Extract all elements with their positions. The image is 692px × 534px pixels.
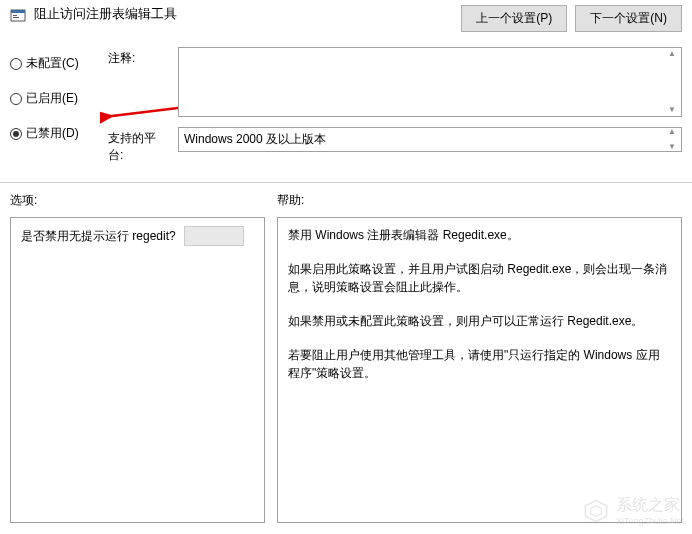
svg-rect-3: [13, 17, 19, 18]
help-section-label: 帮助:: [277, 188, 682, 217]
platform-label: 支持的平台:: [108, 127, 168, 164]
help-panel: 禁用 Windows 注册表编辑器 Regedit.exe。 如果启用此策略设置…: [277, 217, 682, 523]
radio-icon: [10, 128, 22, 140]
scrollbar[interactable]: ▲ ▼: [665, 128, 679, 151]
radio-icon: [10, 93, 22, 105]
policy-icon: [10, 7, 26, 23]
scroll-down-icon: ▼: [665, 143, 679, 151]
svg-rect-2: [13, 15, 17, 16]
scroll-down-icon: ▼: [665, 106, 679, 114]
dialog-title: 阻止访问注册表编辑工具: [34, 5, 453, 23]
options-section-label: 选项:: [10, 188, 265, 217]
options-panel: 是否禁用无提示运行 regedit?: [10, 217, 265, 523]
comment-label: 注释:: [108, 47, 168, 67]
next-setting-button[interactable]: 下一个设置(N): [575, 5, 682, 32]
scroll-up-icon: ▲: [665, 50, 679, 58]
radio-label: 已启用(E): [26, 90, 78, 107]
help-paragraph: 禁用 Windows 注册表编辑器 Regedit.exe。: [288, 226, 671, 244]
radio-not-configured[interactable]: 未配置(C): [10, 55, 100, 72]
scroll-up-icon: ▲: [665, 128, 679, 136]
regedit-silent-dropdown[interactable]: [184, 226, 244, 246]
previous-setting-button[interactable]: 上一个设置(P): [461, 5, 567, 32]
radio-label: 未配置(C): [26, 55, 79, 72]
svg-rect-1: [11, 10, 25, 13]
option-question: 是否禁用无提示运行 regedit?: [21, 228, 176, 245]
help-paragraph: 如果禁用或未配置此策略设置，则用户可以正常运行 Regedit.exe。: [288, 312, 671, 330]
scrollbar[interactable]: ▲ ▼: [665, 50, 679, 114]
radio-disabled[interactable]: 已禁用(D): [10, 125, 100, 142]
comment-textarea[interactable]: ▲ ▼: [178, 47, 682, 117]
radio-label: 已禁用(D): [26, 125, 79, 142]
help-paragraph: 若要阻止用户使用其他管理工具，请使用"只运行指定的 Windows 应用程序"策…: [288, 346, 671, 382]
radio-icon: [10, 58, 22, 70]
help-paragraph: 如果启用此策略设置，并且用户试图启动 Regedit.exe，则会出现一条消息，…: [288, 260, 671, 296]
platform-textarea[interactable]: Windows 2000 及以上版本 ▲ ▼: [178, 127, 682, 152]
radio-enabled[interactable]: 已启用(E): [10, 90, 100, 107]
platform-value: Windows 2000 及以上版本: [184, 132, 326, 146]
